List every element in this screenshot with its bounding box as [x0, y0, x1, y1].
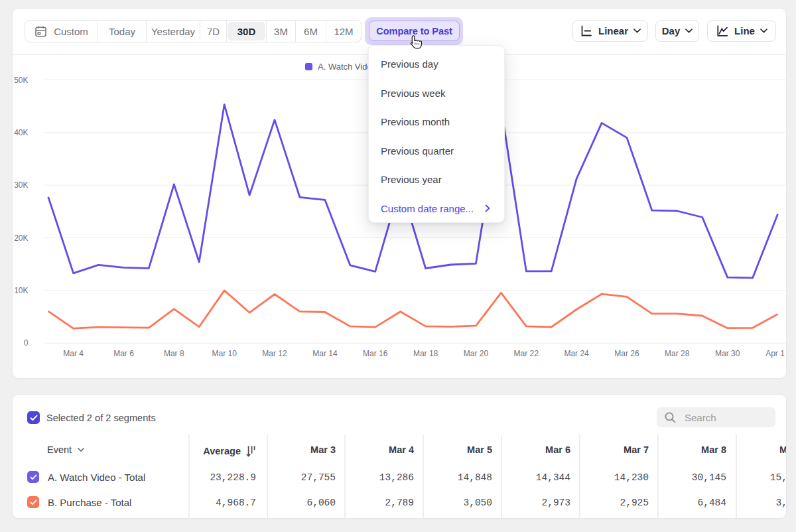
- svg-text:Mar 10: Mar 10: [212, 349, 237, 358]
- svg-text:Mar 4: Mar 4: [63, 349, 84, 358]
- svg-text:Mar 6: Mar 6: [113, 349, 134, 358]
- svg-text:Mar 18: Mar 18: [413, 349, 438, 358]
- svg-text:0: 0: [24, 338, 29, 348]
- svg-text:Mar 24: Mar 24: [564, 349, 589, 358]
- svg-text:Mar 22: Mar 22: [514, 349, 539, 358]
- svg-text:40K: 40K: [14, 128, 28, 137]
- svg-text:20K: 20K: [14, 233, 28, 243]
- svg-text:Mar 8: Mar 8: [164, 349, 184, 358]
- svg-text:Mar 12: Mar 12: [262, 349, 287, 358]
- svg-text:10K: 10K: [14, 286, 28, 295]
- svg-text:Mar 14: Mar 14: [312, 349, 338, 358]
- svg-text:Apr 1: Apr 1: [765, 349, 785, 358]
- svg-text:Mar 26: Mar 26: [614, 349, 639, 358]
- svg-text:Mar 16: Mar 16: [363, 349, 388, 358]
- svg-text:30K: 30K: [14, 180, 28, 190]
- svg-text:Mar 20: Mar 20: [464, 349, 489, 358]
- svg-text:50K: 50K: [14, 76, 28, 85]
- svg-text:Mar 30: Mar 30: [715, 349, 740, 358]
- svg-text:Mar 28: Mar 28: [665, 349, 690, 358]
